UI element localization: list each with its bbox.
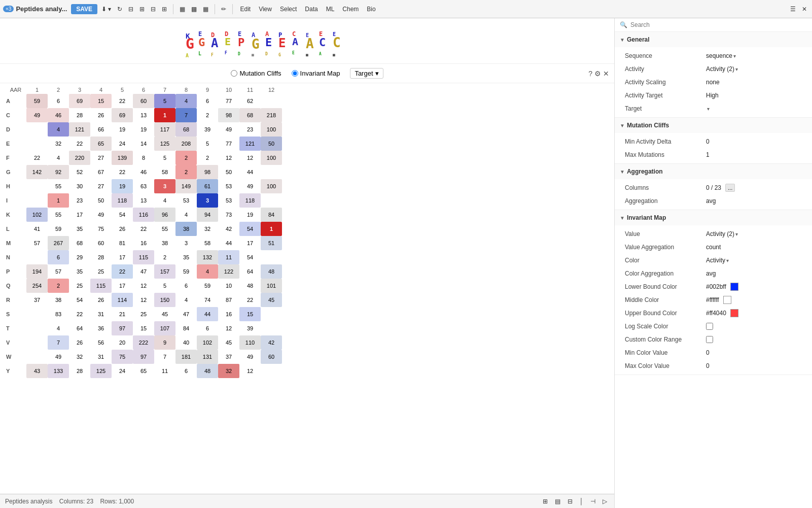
table-cell[interactable]: 16 xyxy=(218,307,239,321)
table-cell[interactable]: 133 xyxy=(48,364,69,378)
table-cell[interactable]: 59 xyxy=(197,279,218,293)
table-cell[interactable]: 142 xyxy=(26,165,48,179)
layout-1-button[interactable]: ⊞ xyxy=(541,497,550,506)
table-cell[interactable]: 59 xyxy=(48,222,69,236)
pen-tool-button[interactable]: ✏ xyxy=(219,5,228,14)
columns-selector-button[interactable]: ... xyxy=(725,184,735,192)
refresh-button[interactable]: ↻ xyxy=(115,5,124,14)
upper-bound-swatch[interactable] xyxy=(730,309,738,317)
table-cell[interactable]: 5 xyxy=(154,94,175,108)
table-cell[interactable]: 22 xyxy=(26,151,48,165)
table-cell[interactable]: 218 xyxy=(261,108,282,122)
layout-4-button[interactable]: │ xyxy=(578,497,586,506)
table-cell[interactable]: 122 xyxy=(218,264,239,279)
table-cell[interactable]: 39 xyxy=(197,122,218,137)
menu-ml[interactable]: ML xyxy=(323,5,338,14)
table-cell[interactable]: 61 xyxy=(197,179,218,193)
table-cell[interactable]: 1 xyxy=(48,193,69,208)
table-cell[interactable]: 94 xyxy=(197,208,218,222)
table-cell[interactable]: 13 xyxy=(133,108,154,122)
table-cell[interactable] xyxy=(261,364,282,378)
table-cell[interactable]: 107 xyxy=(154,321,175,335)
table-cell[interactable]: 77 xyxy=(218,94,239,108)
table-cell[interactable]: 4 xyxy=(48,321,69,335)
table-cell[interactable]: 41 xyxy=(26,222,48,236)
mutation-cliffs-radio-label[interactable]: Mutation Cliffs xyxy=(231,70,281,77)
upper-bound-value[interactable]: #ff4040 xyxy=(706,309,807,317)
layout-5-button[interactable]: ⊣ xyxy=(588,497,597,506)
table-cell[interactable]: 55 xyxy=(154,222,175,236)
table-cell[interactable]: 11 xyxy=(218,250,239,264)
help-button[interactable]: ? xyxy=(588,70,592,78)
target-dropdown[interactable]: Target ▾ xyxy=(350,68,383,79)
table-cell[interactable] xyxy=(26,193,48,208)
invariant-map-radio-label[interactable]: Invariant Map xyxy=(292,70,340,77)
menu-bio[interactable]: Bio xyxy=(364,5,378,14)
table-cell[interactable]: 7 xyxy=(175,108,197,122)
table-cell[interactable]: 19 xyxy=(239,208,261,222)
table-cell[interactable]: 132 xyxy=(197,250,218,264)
table-cell[interactable]: 131 xyxy=(197,350,218,364)
table-cell[interactable]: 16 xyxy=(133,236,154,250)
table-cell[interactable]: 84 xyxy=(175,321,197,335)
table-cell[interactable] xyxy=(26,250,48,264)
table-cell[interactable] xyxy=(26,335,48,350)
table-cell[interactable]: 32 xyxy=(69,350,90,364)
table-cell[interactable]: 115 xyxy=(133,250,154,264)
table-cell[interactable]: 57 xyxy=(48,264,69,279)
table-cell[interactable]: 26 xyxy=(112,222,133,236)
table-cell[interactable]: 6 xyxy=(197,321,218,335)
table-cell[interactable]: 4 xyxy=(197,264,218,279)
table-cell[interactable]: 52 xyxy=(69,165,90,179)
table-cell[interactable]: 53 xyxy=(218,193,239,208)
table-cell[interactable]: 28 xyxy=(69,108,90,122)
table-cell[interactable]: 4 xyxy=(175,94,197,108)
table-cell[interactable]: 49 xyxy=(26,108,48,122)
table-cell[interactable]: 50 xyxy=(218,165,239,179)
table-cell[interactable]: 12 xyxy=(133,279,154,293)
color-dropdown[interactable]: Activity ▾ xyxy=(706,257,729,264)
table-cell[interactable]: 22 xyxy=(112,264,133,279)
table-cell[interactable]: 125 xyxy=(90,364,112,378)
table-cell[interactable] xyxy=(261,321,282,335)
filter-button[interactable]: ⊟ xyxy=(126,5,135,14)
value-value[interactable]: Activity (2) ▾ xyxy=(706,230,807,238)
table-cell[interactable]: 24 xyxy=(112,364,133,378)
table-cell[interactable]: 51 xyxy=(261,236,282,250)
table-cell[interactable]: 25 xyxy=(69,279,90,293)
table-cell[interactable]: 6 xyxy=(197,94,218,108)
value-dropdown[interactable]: Activity (2) ▾ xyxy=(706,230,738,238)
table-cell[interactable]: 45 xyxy=(218,335,239,350)
table-cell[interactable]: 97 xyxy=(112,321,133,335)
close-panel-button[interactable]: ✕ xyxy=(603,70,609,78)
table-cell[interactable]: 68 xyxy=(175,122,197,137)
table-cell[interactable]: 20 xyxy=(112,335,133,350)
table-cell[interactable]: 22 xyxy=(133,222,154,236)
bar-chart-3-button[interactable]: ▦ xyxy=(201,5,210,14)
table-cell[interactable]: 75 xyxy=(112,350,133,364)
table-cell[interactable]: 38 xyxy=(154,236,175,250)
table-cell[interactable]: 77 xyxy=(218,137,239,151)
custom-range-value[interactable] xyxy=(706,336,807,343)
table-cell[interactable]: 55 xyxy=(48,179,69,193)
table-cell[interactable]: 181 xyxy=(175,350,197,364)
table-cell[interactable]: 45 xyxy=(261,293,282,307)
table-cell[interactable]: 194 xyxy=(26,264,48,279)
table-cell[interactable]: 49 xyxy=(90,208,112,222)
table-cell[interactable]: 54 xyxy=(69,293,90,307)
table-cell[interactable] xyxy=(261,165,282,179)
table-cell[interactable]: 2 xyxy=(175,151,197,165)
lower-bound-value[interactable]: #002bff xyxy=(706,283,807,291)
table-cell[interactable]: 12 xyxy=(133,293,154,307)
table-cell[interactable]: 81 xyxy=(112,236,133,250)
table-cell[interactable]: 74 xyxy=(197,293,218,307)
table-cell[interactable]: 125 xyxy=(154,137,175,151)
table-cell[interactable]: 28 xyxy=(90,250,112,264)
table-cell[interactable]: 220 xyxy=(69,151,90,165)
table-cell[interactable]: 12 xyxy=(218,321,239,335)
table-cell[interactable]: 84 xyxy=(261,208,282,222)
table-cell[interactable]: 4 xyxy=(175,208,197,222)
table-cell[interactable] xyxy=(261,193,282,208)
table-cell[interactable] xyxy=(261,307,282,321)
activity-value[interactable]: Activity (2) ▾ xyxy=(706,65,807,73)
